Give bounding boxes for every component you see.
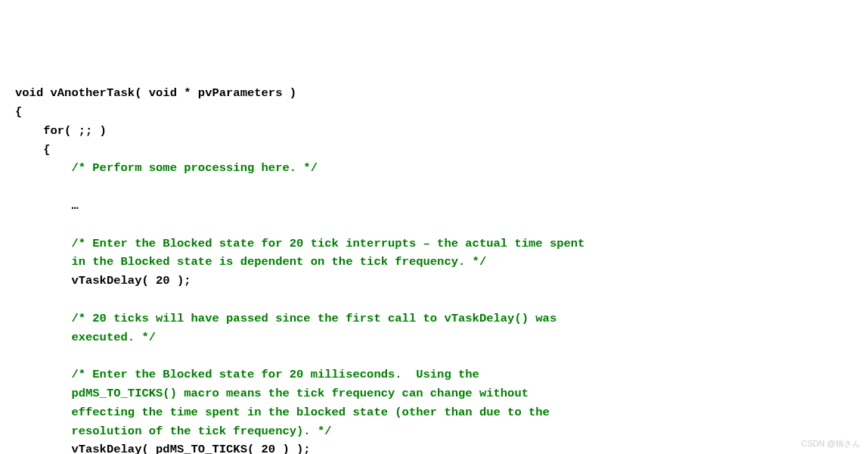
code-comment: executed. */ [15, 331, 156, 344]
code-comment: /* Enter the Blocked state for 20 millis… [15, 368, 479, 381]
code-line: vTaskDelay( pdMS_TO_TICKS( 20 ) ); [15, 443, 311, 454]
code-comment: /* Perform some processing here. */ [15, 161, 318, 175]
code-line: … [15, 199, 79, 213]
code-line: void vAnotherTask( void * pvParameters ) [15, 86, 296, 100]
code-line: { [15, 143, 51, 157]
code-block: void vAnotherTask( void * pvParameters )… [15, 84, 853, 454]
code-comment: pdMS_TO_TICKS() macro means the tick fre… [15, 387, 529, 400]
code-line: vTaskDelay( 20 ); [15, 274, 191, 288]
code-comment: /* Enter the Blocked state for 20 tick i… [15, 237, 584, 250]
code-comment: resolution of the tick frequency). */ [15, 424, 332, 438]
watermark-text: CSDN @猫さん [801, 437, 860, 451]
code-comment: in the Blocked state is dependent on the… [15, 255, 486, 269]
code-comment: effecting the time spent in the blocked … [15, 406, 550, 419]
code-line: for( ;; ) [15, 124, 107, 138]
code-line: { [15, 105, 22, 119]
code-comment: /* 20 ticks will have passed since the f… [15, 312, 556, 325]
